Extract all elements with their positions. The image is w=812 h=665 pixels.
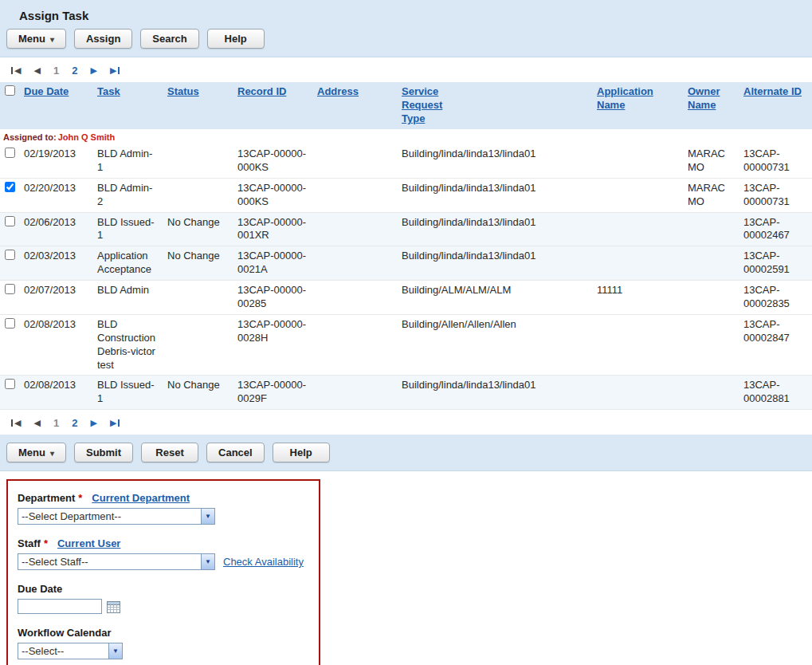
submit-button[interactable]: Submit xyxy=(74,443,133,462)
row-checkbox[interactable] xyxy=(5,182,15,192)
cell-alternate-id: 13CAP-00002847 xyxy=(739,314,812,376)
cell-alternate-id: 13CAP-00000731 xyxy=(739,144,812,178)
row-checkbox[interactable] xyxy=(5,379,15,389)
cell-address xyxy=(312,178,397,212)
task-row: 02/08/2013 BLD Issued-1 No Change 13CAP-… xyxy=(0,376,812,410)
menu-button-bottom[interactable]: Menu▾ xyxy=(6,443,66,462)
cell-status: No Change xyxy=(163,212,233,246)
task-table-body: Assigned to:John Q Smith 02/19/2013 BLD … xyxy=(0,129,812,410)
next-page-icon[interactable]: ▶ xyxy=(90,66,96,75)
task-table: Due Date Task Status Record ID Address S… xyxy=(0,82,812,410)
cell-due-date: 02/07/2013 xyxy=(19,281,92,315)
cell-application-name: 11111 xyxy=(592,281,683,315)
pagination-top: ◀ ◀ 1 2 ▶ ▶ xyxy=(0,57,812,82)
row-checkbox[interactable] xyxy=(5,148,15,158)
cell-status xyxy=(163,314,233,376)
cell-service-request-type: Building/Allen/Allen/Allen xyxy=(397,314,592,376)
cell-application-name xyxy=(592,376,683,410)
cell-service-request-type: Building/linda/linda13/linda01 xyxy=(397,246,592,281)
column-header-owner-name[interactable]: Owner Name xyxy=(688,85,728,112)
cell-status xyxy=(163,281,233,315)
cell-application-name xyxy=(592,314,683,376)
cell-address xyxy=(312,376,397,410)
last-page-icon[interactable]: ▶ xyxy=(110,419,120,427)
task-row: 02/07/2013 BLD Admin 13CAP-00000-00285 B… xyxy=(0,281,812,315)
due-date-label: Due Date xyxy=(18,583,62,595)
first-page-icon[interactable]: ◀ xyxy=(11,66,21,75)
due-date-input[interactable] xyxy=(18,599,102,614)
staff-select[interactable]: --Select Staff-- ▼ xyxy=(18,553,215,570)
cell-record-id: 13CAP-00000-000KS xyxy=(233,178,312,212)
select-all-checkbox[interactable] xyxy=(5,85,15,96)
workflow-calendar-label: Workflow Calendar xyxy=(18,627,112,639)
due-date-field: Due Date xyxy=(18,583,309,614)
task-row: 02/19/2013 BLD Admin-1 13CAP-00000-000KS… xyxy=(0,144,812,178)
prev-page-icon[interactable]: ◀ xyxy=(33,66,40,75)
current-user-link[interactable]: Current User xyxy=(57,537,120,549)
column-header-address[interactable]: Address xyxy=(317,85,359,99)
cell-due-date: 02/08/2013 xyxy=(19,376,92,410)
cell-application-name xyxy=(592,178,683,212)
cell-owner-name: MARAC MO xyxy=(683,178,739,212)
assigned-to-label: Assigned to: xyxy=(3,132,57,142)
cell-task: BLD Admin-2 xyxy=(92,178,163,212)
cell-alternate-id: 13CAP-00002591 xyxy=(739,246,812,281)
cell-owner-name xyxy=(683,281,739,315)
department-select-value: --Select Department-- xyxy=(18,509,201,524)
row-checkbox[interactable] xyxy=(5,250,15,260)
current-department-link[interactable]: Current Department xyxy=(92,492,190,504)
help-button-top[interactable]: Help xyxy=(207,29,265,49)
assign-form-panel: Department * Current Department --Select… xyxy=(6,479,320,665)
cell-application-name xyxy=(592,144,683,178)
cell-status: No Change xyxy=(163,246,233,281)
staff-select-value: --Select Staff-- xyxy=(18,554,201,569)
cell-record-id: 13CAP-00000-0029F xyxy=(233,376,312,410)
dropdown-arrow-icon: ▼ xyxy=(108,643,122,659)
workflow-calendar-field: Workflow Calendar --Select-- ▼ xyxy=(18,627,309,659)
first-page-icon[interactable]: ◀ xyxy=(11,419,21,427)
calendar-icon[interactable] xyxy=(107,600,120,613)
pagination-bottom: ◀ ◀ 1 2 ▶ ▶ xyxy=(0,410,812,435)
staff-field: Staff * Current User --Select Staff-- ▼ … xyxy=(18,537,309,570)
next-page-icon[interactable]: ▶ xyxy=(90,419,96,427)
department-select[interactable]: --Select Department-- ▼ xyxy=(18,508,215,525)
cell-task: BLD Admin-1 xyxy=(92,144,163,178)
column-header-record-id[interactable]: Record ID xyxy=(237,85,286,99)
cell-task: BLD Construction Debris-victor test xyxy=(92,314,163,376)
cell-address xyxy=(312,281,397,315)
cell-status xyxy=(163,144,233,178)
last-page-icon[interactable]: ▶ xyxy=(110,66,120,75)
row-checkbox[interactable] xyxy=(5,216,15,226)
table-header-row: Due Date Task Status Record ID Address S… xyxy=(0,82,812,129)
check-availability-link[interactable]: Check Availability xyxy=(223,556,304,568)
workflow-calendar-select[interactable]: --Select-- ▼ xyxy=(18,643,123,659)
row-checkbox[interactable] xyxy=(5,284,15,294)
cell-address xyxy=(312,314,397,376)
column-header-task[interactable]: Task xyxy=(97,85,120,99)
cell-owner-name xyxy=(683,212,739,246)
column-header-application-name[interactable]: Application Name xyxy=(597,85,662,112)
cell-service-request-type: Building/linda/linda13/linda01 xyxy=(397,178,592,212)
cell-record-id: 13CAP-00000-0021A xyxy=(233,246,312,281)
cell-owner-name: MARAC MO xyxy=(683,144,739,178)
page-number-2[interactable]: 2 xyxy=(72,65,77,76)
cell-due-date: 02/06/2013 xyxy=(19,212,92,246)
reset-button[interactable]: Reset xyxy=(141,443,198,462)
cell-alternate-id: 13CAP-00002881 xyxy=(739,376,812,410)
cell-service-request-type: Building/linda/linda13/linda01 xyxy=(397,144,592,178)
required-asterisk: * xyxy=(44,537,48,549)
search-button[interactable]: Search xyxy=(140,29,198,49)
column-header-service-request-type[interactable]: Service Request Type xyxy=(402,85,448,126)
cell-task: Application Acceptance xyxy=(92,246,163,281)
assign-button[interactable]: Assign xyxy=(74,29,132,49)
column-header-due-date[interactable]: Due Date xyxy=(24,85,69,99)
row-checkbox[interactable] xyxy=(5,318,15,329)
page-number-2[interactable]: 2 xyxy=(72,418,77,428)
cell-service-request-type: Building/ALM/ALM/ALM xyxy=(397,281,592,315)
column-header-status[interactable]: Status xyxy=(167,85,199,99)
menu-button-top[interactable]: Menu▾ xyxy=(6,29,66,49)
column-header-alternate-id[interactable]: Alternate ID xyxy=(743,85,802,99)
cancel-button[interactable]: Cancel xyxy=(206,443,265,462)
help-button-bottom[interactable]: Help xyxy=(273,443,330,462)
prev-page-icon[interactable]: ◀ xyxy=(33,419,40,427)
